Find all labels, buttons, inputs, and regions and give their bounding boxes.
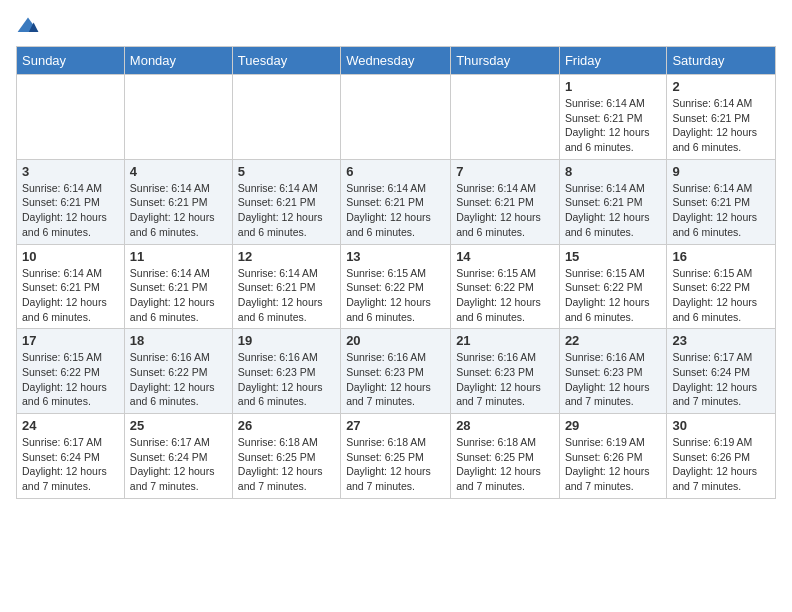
day-info: Sunrise: 6:15 AM Sunset: 6:22 PM Dayligh…: [565, 266, 662, 325]
day-info: Sunrise: 6:16 AM Sunset: 6:23 PM Dayligh…: [346, 350, 445, 409]
day-info: Sunrise: 6:15 AM Sunset: 6:22 PM Dayligh…: [456, 266, 554, 325]
day-info: Sunrise: 6:14 AM Sunset: 6:21 PM Dayligh…: [565, 96, 662, 155]
day-number: 10: [22, 249, 119, 264]
day-info: Sunrise: 6:14 AM Sunset: 6:21 PM Dayligh…: [672, 96, 770, 155]
logo: [16, 16, 44, 36]
day-info: Sunrise: 6:14 AM Sunset: 6:21 PM Dayligh…: [22, 266, 119, 325]
day-number: 26: [238, 418, 335, 433]
day-number: 16: [672, 249, 770, 264]
day-info: Sunrise: 6:14 AM Sunset: 6:21 PM Dayligh…: [130, 181, 227, 240]
day-info: Sunrise: 6:17 AM Sunset: 6:24 PM Dayligh…: [22, 435, 119, 494]
calendar-week-row-1: 1Sunrise: 6:14 AM Sunset: 6:21 PM Daylig…: [17, 75, 776, 160]
day-number: 21: [456, 333, 554, 348]
calendar-week-row-2: 3Sunrise: 6:14 AM Sunset: 6:21 PM Daylig…: [17, 159, 776, 244]
calendar-cell-2-7: 9Sunrise: 6:14 AM Sunset: 6:21 PM Daylig…: [667, 159, 776, 244]
calendar-cell-5-3: 26Sunrise: 6:18 AM Sunset: 6:25 PM Dayli…: [232, 414, 340, 499]
calendar-cell-2-5: 7Sunrise: 6:14 AM Sunset: 6:21 PM Daylig…: [451, 159, 560, 244]
day-info: Sunrise: 6:16 AM Sunset: 6:23 PM Dayligh…: [456, 350, 554, 409]
weekday-header-friday: Friday: [559, 47, 667, 75]
calendar-cell-5-1: 24Sunrise: 6:17 AM Sunset: 6:24 PM Dayli…: [17, 414, 125, 499]
day-info: Sunrise: 6:14 AM Sunset: 6:21 PM Dayligh…: [238, 266, 335, 325]
calendar-cell-4-1: 17Sunrise: 6:15 AM Sunset: 6:22 PM Dayli…: [17, 329, 125, 414]
calendar-cell-3-5: 14Sunrise: 6:15 AM Sunset: 6:22 PM Dayli…: [451, 244, 560, 329]
calendar-cell-4-5: 21Sunrise: 6:16 AM Sunset: 6:23 PM Dayli…: [451, 329, 560, 414]
day-number: 17: [22, 333, 119, 348]
calendar-body: 1Sunrise: 6:14 AM Sunset: 6:21 PM Daylig…: [17, 75, 776, 499]
day-info: Sunrise: 6:17 AM Sunset: 6:24 PM Dayligh…: [130, 435, 227, 494]
calendar-cell-5-5: 28Sunrise: 6:18 AM Sunset: 6:25 PM Dayli…: [451, 414, 560, 499]
day-info: Sunrise: 6:14 AM Sunset: 6:21 PM Dayligh…: [22, 181, 119, 240]
day-number: 27: [346, 418, 445, 433]
calendar-cell-5-7: 30Sunrise: 6:19 AM Sunset: 6:26 PM Dayli…: [667, 414, 776, 499]
calendar-cell-3-4: 13Sunrise: 6:15 AM Sunset: 6:22 PM Dayli…: [341, 244, 451, 329]
calendar-cell-3-3: 12Sunrise: 6:14 AM Sunset: 6:21 PM Dayli…: [232, 244, 340, 329]
day-number: 4: [130, 164, 227, 179]
day-info: Sunrise: 6:18 AM Sunset: 6:25 PM Dayligh…: [238, 435, 335, 494]
calendar-cell-3-1: 10Sunrise: 6:14 AM Sunset: 6:21 PM Dayli…: [17, 244, 125, 329]
day-info: Sunrise: 6:14 AM Sunset: 6:21 PM Dayligh…: [130, 266, 227, 325]
calendar-cell-2-1: 3Sunrise: 6:14 AM Sunset: 6:21 PM Daylig…: [17, 159, 125, 244]
day-number: 2: [672, 79, 770, 94]
day-number: 30: [672, 418, 770, 433]
day-number: 22: [565, 333, 662, 348]
logo-icon: [16, 16, 40, 36]
day-number: 3: [22, 164, 119, 179]
weekday-header-wednesday: Wednesday: [341, 47, 451, 75]
day-number: 24: [22, 418, 119, 433]
calendar-cell-2-4: 6Sunrise: 6:14 AM Sunset: 6:21 PM Daylig…: [341, 159, 451, 244]
calendar-cell-1-6: 1Sunrise: 6:14 AM Sunset: 6:21 PM Daylig…: [559, 75, 667, 160]
day-info: Sunrise: 6:19 AM Sunset: 6:26 PM Dayligh…: [672, 435, 770, 494]
day-number: 8: [565, 164, 662, 179]
day-number: 19: [238, 333, 335, 348]
day-info: Sunrise: 6:16 AM Sunset: 6:22 PM Dayligh…: [130, 350, 227, 409]
day-number: 9: [672, 164, 770, 179]
calendar-cell-3-7: 16Sunrise: 6:15 AM Sunset: 6:22 PM Dayli…: [667, 244, 776, 329]
day-number: 5: [238, 164, 335, 179]
day-info: Sunrise: 6:18 AM Sunset: 6:25 PM Dayligh…: [456, 435, 554, 494]
day-number: 29: [565, 418, 662, 433]
day-number: 7: [456, 164, 554, 179]
calendar-cell-1-7: 2Sunrise: 6:14 AM Sunset: 6:21 PM Daylig…: [667, 75, 776, 160]
day-number: 12: [238, 249, 335, 264]
day-number: 14: [456, 249, 554, 264]
calendar-cell-4-2: 18Sunrise: 6:16 AM Sunset: 6:22 PM Dayli…: [124, 329, 232, 414]
day-info: Sunrise: 6:14 AM Sunset: 6:21 PM Dayligh…: [346, 181, 445, 240]
calendar-cell-4-4: 20Sunrise: 6:16 AM Sunset: 6:23 PM Dayli…: [341, 329, 451, 414]
calendar-cell-5-4: 27Sunrise: 6:18 AM Sunset: 6:25 PM Dayli…: [341, 414, 451, 499]
day-number: 6: [346, 164, 445, 179]
calendar-header-row: SundayMondayTuesdayWednesdayThursdayFrid…: [17, 47, 776, 75]
day-info: Sunrise: 6:17 AM Sunset: 6:24 PM Dayligh…: [672, 350, 770, 409]
day-number: 13: [346, 249, 445, 264]
day-number: 25: [130, 418, 227, 433]
calendar-cell-5-6: 29Sunrise: 6:19 AM Sunset: 6:26 PM Dayli…: [559, 414, 667, 499]
day-info: Sunrise: 6:19 AM Sunset: 6:26 PM Dayligh…: [565, 435, 662, 494]
weekday-header-thursday: Thursday: [451, 47, 560, 75]
day-info: Sunrise: 6:16 AM Sunset: 6:23 PM Dayligh…: [565, 350, 662, 409]
calendar-cell-1-2: [124, 75, 232, 160]
weekday-header-saturday: Saturday: [667, 47, 776, 75]
day-info: Sunrise: 6:15 AM Sunset: 6:22 PM Dayligh…: [22, 350, 119, 409]
calendar-cell-2-2: 4Sunrise: 6:14 AM Sunset: 6:21 PM Daylig…: [124, 159, 232, 244]
day-number: 18: [130, 333, 227, 348]
day-number: 20: [346, 333, 445, 348]
weekday-header-tuesday: Tuesday: [232, 47, 340, 75]
day-number: 15: [565, 249, 662, 264]
calendar-cell-4-7: 23Sunrise: 6:17 AM Sunset: 6:24 PM Dayli…: [667, 329, 776, 414]
day-number: 28: [456, 418, 554, 433]
day-info: Sunrise: 6:14 AM Sunset: 6:21 PM Dayligh…: [672, 181, 770, 240]
day-info: Sunrise: 6:16 AM Sunset: 6:23 PM Dayligh…: [238, 350, 335, 409]
day-number: 1: [565, 79, 662, 94]
header: [16, 16, 776, 36]
calendar-week-row-3: 10Sunrise: 6:14 AM Sunset: 6:21 PM Dayli…: [17, 244, 776, 329]
weekday-header-sunday: Sunday: [17, 47, 125, 75]
day-number: 23: [672, 333, 770, 348]
day-info: Sunrise: 6:18 AM Sunset: 6:25 PM Dayligh…: [346, 435, 445, 494]
calendar-cell-3-6: 15Sunrise: 6:15 AM Sunset: 6:22 PM Dayli…: [559, 244, 667, 329]
day-info: Sunrise: 6:14 AM Sunset: 6:21 PM Dayligh…: [565, 181, 662, 240]
calendar: SundayMondayTuesdayWednesdayThursdayFrid…: [16, 46, 776, 499]
calendar-cell-3-2: 11Sunrise: 6:14 AM Sunset: 6:21 PM Dayli…: [124, 244, 232, 329]
calendar-week-row-5: 24Sunrise: 6:17 AM Sunset: 6:24 PM Dayli…: [17, 414, 776, 499]
calendar-cell-1-3: [232, 75, 340, 160]
calendar-cell-2-6: 8Sunrise: 6:14 AM Sunset: 6:21 PM Daylig…: [559, 159, 667, 244]
day-info: Sunrise: 6:14 AM Sunset: 6:21 PM Dayligh…: [456, 181, 554, 240]
